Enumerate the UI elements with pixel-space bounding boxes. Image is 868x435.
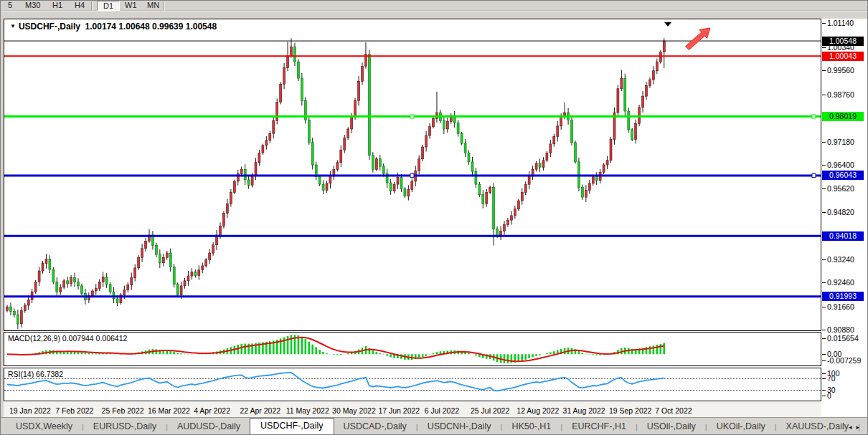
candle-down <box>382 166 385 173</box>
candle-up <box>397 178 399 185</box>
date-label: 25 Feb 2022 <box>102 406 144 415</box>
date-label: 16 Mar 2022 <box>148 406 190 415</box>
rsi-pane[interactable]: RSI(14) 66.7382 <box>4 368 821 401</box>
symbol-period-label: USDCHF-,Daily <box>19 21 80 32</box>
tab-scroll-arrows[interactable]: ◂▸ <box>849 424 864 431</box>
candle-up <box>510 216 512 220</box>
candle-up <box>585 191 587 198</box>
candle-down <box>9 307 11 311</box>
candle-up <box>354 100 357 117</box>
line-handle[interactable] <box>410 115 414 118</box>
mt4-window: 5M30H1H4D1W1MN ▼USDCHF-,Daily 1.00174 1.… <box>0 0 868 435</box>
candle-up <box>517 201 519 209</box>
candle-down <box>319 177 321 184</box>
macd-pane[interactable]: MACD(12,26,9) 0.007944 0.006412 <box>4 332 821 366</box>
candle-down <box>571 120 573 143</box>
toolbar-separator <box>91 1 93 11</box>
candle-up <box>187 276 189 281</box>
line-handle[interactable] <box>410 173 414 177</box>
candle-up <box>166 253 168 257</box>
date-label: 6 Jul 2022 <box>425 406 459 415</box>
period-button-d1[interactable]: D1 <box>97 1 120 11</box>
chart-shift-marker-icon[interactable] <box>664 22 671 27</box>
line-handle[interactable] <box>812 115 816 118</box>
candle-up <box>38 271 40 282</box>
period-button-w1[interactable]: W1 <box>119 1 143 10</box>
tab-usoil-daily[interactable]: USOil-,Daily <box>638 419 705 434</box>
candle-up <box>258 153 260 162</box>
candle-up <box>656 62 658 71</box>
candle-up <box>486 192 488 204</box>
candle-up <box>134 268 136 278</box>
candle-down <box>478 184 481 195</box>
candlestick-chart[interactable] <box>4 19 821 330</box>
candle-up <box>617 89 619 113</box>
candle-down <box>631 130 633 140</box>
candle-up <box>6 307 9 310</box>
candle-down <box>322 184 324 190</box>
candle-up <box>273 120 275 133</box>
period-button-h4[interactable]: H4 <box>69 1 90 10</box>
scroll-right-icon[interactable]: ▸ <box>856 424 864 431</box>
scroll-left-icon[interactable]: ◂ <box>849 424 857 431</box>
candle-up <box>407 189 410 196</box>
candle-up <box>553 136 555 143</box>
tab-ukoil-daily[interactable]: UKOil-,Daily <box>707 419 775 434</box>
candle-up <box>542 161 544 168</box>
candle-up <box>351 117 353 129</box>
candle-down <box>311 143 313 165</box>
tab-xauusd-daily[interactable]: XAUUSD-,Daily <box>777 419 859 434</box>
candle-up <box>102 277 104 282</box>
candle-up <box>202 266 204 270</box>
price-badge-0.98019: 0.98019 <box>822 112 864 121</box>
tab-eurchf-h1[interactable]: EURCHF-,H1 <box>562 419 636 434</box>
price-badge-1.00548: 1.00548 <box>822 37 864 46</box>
period-button-5[interactable]: 5 <box>2 1 18 10</box>
candle-down <box>461 133 463 143</box>
candle-up <box>606 161 608 165</box>
candle-up <box>20 311 22 324</box>
time-axis[interactable]: 19 Jan 20227 Feb 202225 Feb 202216 Mar 2… <box>4 402 821 419</box>
candle-up <box>162 257 164 263</box>
candle-up <box>226 204 228 213</box>
candle-up <box>659 52 661 62</box>
tab-audusd-daily[interactable]: AUDUSD-,Daily <box>168 419 250 434</box>
candle-up <box>251 176 253 186</box>
macd-label: MACD(12,26,9) 0.007944 0.006412 <box>8 334 127 343</box>
candle-down <box>105 277 108 284</box>
candle-up <box>70 278 72 284</box>
tab-eurusd-daily[interactable]: EURUSD-,Daily <box>84 419 166 434</box>
period-button-m30[interactable]: M30 <box>19 1 46 10</box>
candle-down <box>16 315 19 324</box>
rsi-indicator[interactable] <box>4 368 821 401</box>
tab-usdchf-daily[interactable]: USDCHF-,Daily <box>250 418 334 434</box>
date-label: 30 May 2022 <box>332 406 376 415</box>
price-axis[interactable]: 1.011401.003400.995600.987600.971800.964… <box>821 19 868 419</box>
date-label: 7 Oct 2022 <box>655 406 692 415</box>
candle-down <box>194 272 197 275</box>
period-button-mn[interactable]: MN <box>141 1 165 10</box>
candle-down <box>176 285 179 295</box>
tab-hk50-h1[interactable]: HK50-,H1 <box>502 419 560 434</box>
tab-usdcnh-daily[interactable]: USDCNH-,Daily <box>418 419 501 434</box>
candle-up <box>433 118 435 126</box>
tab-usdcad-daily[interactable]: USDCAD-,Daily <box>334 419 416 434</box>
candle-down <box>293 47 296 62</box>
candle-up <box>230 192 232 204</box>
period-button-h1[interactable]: H1 <box>47 1 68 10</box>
date-label: 4 Apr 2022 <box>194 406 230 415</box>
candle-down <box>74 278 76 282</box>
candle-up <box>287 56 289 68</box>
candle-up <box>649 80 651 85</box>
candle-down <box>173 267 175 285</box>
line-handle[interactable] <box>812 173 816 177</box>
tab-usdx-weekly[interactable]: USDX,Weekly <box>6 419 82 434</box>
price-pane[interactable]: ▼USDCHF-,Daily 1.00174 1.00648 0.99639 1… <box>4 19 821 331</box>
trend-arrow[interactable] <box>686 28 710 50</box>
candle-up <box>91 291 93 296</box>
candle-up <box>98 282 100 289</box>
candle-up <box>280 85 282 102</box>
candle-up <box>347 129 349 138</box>
date-label: 12 Aug 2022 <box>516 406 559 415</box>
toolbar-groove <box>1 10 867 11</box>
